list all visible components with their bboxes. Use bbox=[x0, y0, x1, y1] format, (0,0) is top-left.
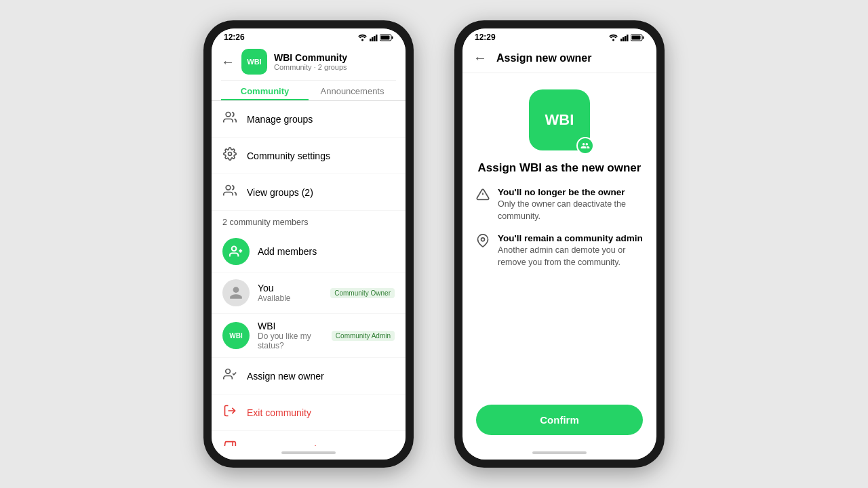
add-members-icon bbox=[222, 238, 250, 265]
wbi-logo-text: WBI bbox=[545, 111, 574, 129]
action-report-community[interactable]: Report community bbox=[212, 431, 406, 446]
phone2-header: ← Assign new owner bbox=[462, 43, 656, 73]
action-exit-community[interactable]: Exit community bbox=[212, 394, 406, 431]
member-wbi-info: WBI Do you like my status? bbox=[258, 321, 323, 350]
info-title-admin: You'll remain a community admin bbox=[498, 233, 643, 243]
report-community-icon bbox=[222, 441, 237, 446]
svg-point-10 bbox=[226, 186, 231, 190]
community-settings-label: Community settings bbox=[247, 150, 330, 161]
svg-point-8 bbox=[226, 113, 231, 117]
member-wbi-name: WBI bbox=[258, 321, 323, 331]
member-you-status: Available bbox=[258, 293, 322, 303]
svg-point-28 bbox=[481, 238, 485, 241]
manage-groups-icon bbox=[222, 110, 237, 127]
phone-2-screen: 12:29 bbox=[462, 28, 656, 460]
member-you-info: You Available bbox=[258, 283, 322, 303]
svg-rect-21 bbox=[625, 36, 627, 41]
exit-community-icon bbox=[222, 404, 237, 421]
phone2-back-button[interactable]: ← bbox=[473, 50, 487, 66]
manage-groups-label: Manage groups bbox=[247, 114, 313, 125]
phone2-home-indicator bbox=[462, 446, 656, 460]
member-wbi-status: Do you like my status? bbox=[258, 331, 323, 350]
svg-rect-25 bbox=[632, 35, 641, 39]
view-groups-label: View groups (2) bbox=[247, 187, 313, 198]
phone2-status-icons bbox=[608, 34, 644, 41]
svg-point-14 bbox=[226, 369, 231, 374]
svg-point-11 bbox=[232, 247, 237, 251]
phone2-status-bar: 12:29 bbox=[462, 28, 656, 43]
assign-owner-label: Assign new owner bbox=[247, 371, 324, 382]
svg-rect-24 bbox=[643, 36, 644, 39]
info-text-admin: You'll remain a community admin Another … bbox=[498, 233, 643, 268]
assign-owner-icon bbox=[222, 367, 237, 384]
svg-rect-7 bbox=[381, 35, 390, 39]
wbi-logo: WBI bbox=[529, 89, 590, 150]
wifi-icon bbox=[357, 34, 368, 41]
phone2-title: Assign new owner bbox=[496, 52, 591, 64]
location-icon bbox=[476, 234, 490, 251]
svg-rect-20 bbox=[623, 37, 625, 41]
svg-rect-22 bbox=[627, 35, 629, 41]
info-title-owner: You'll no longer be the owner bbox=[498, 187, 643, 197]
phone1-community-avatar: WBI bbox=[241, 49, 267, 75]
phone1-home-indicator bbox=[212, 446, 406, 460]
svg-rect-6 bbox=[392, 36, 393, 39]
menu-item-view-groups[interactable]: View groups (2) bbox=[212, 174, 406, 211]
phone1-community-info: WBI Community Community · 2 groups bbox=[274, 52, 396, 71]
menu-item-community-settings[interactable]: Community settings bbox=[212, 138, 406, 174]
phone1-status-icons bbox=[357, 34, 393, 41]
info-row-admin: You'll remain a community admin Another … bbox=[476, 233, 643, 268]
member-wbi[interactable]: WBI WBI Do you like my status? Community… bbox=[212, 314, 406, 358]
phone1-status-bar: 12:26 bbox=[212, 28, 406, 43]
svg-rect-19 bbox=[620, 39, 623, 41]
info-desc-admin: Another admin can demote you or remove y… bbox=[498, 245, 643, 268]
phone1-community-sub: Community · 2 groups bbox=[274, 63, 396, 71]
assign-title: Assign WBI as the new owner bbox=[478, 161, 642, 175]
phone-2: 12:29 bbox=[454, 20, 665, 468]
phones-container: 12:26 bbox=[203, 20, 665, 468]
svg-rect-3 bbox=[374, 36, 376, 41]
tab-community[interactable]: Community bbox=[221, 81, 309, 100]
menu-item-manage-groups[interactable]: Manage groups bbox=[212, 101, 406, 138]
add-members-label: Add members bbox=[258, 246, 317, 257]
confirm-button[interactable]: Confirm bbox=[476, 405, 643, 435]
phone2-time: 12:29 bbox=[475, 33, 496, 42]
member-wbi-avatar: WBI bbox=[222, 322, 250, 349]
svg-point-9 bbox=[229, 152, 232, 156]
tab-announcements[interactable]: Announcements bbox=[309, 81, 396, 100]
phone1-back-button[interactable]: ← bbox=[221, 54, 235, 70]
info-row-owner: You'll no longer be the owner Only the o… bbox=[476, 187, 643, 222]
member-wbi-badge: Community Admin bbox=[332, 331, 395, 341]
phone2-home-bar bbox=[532, 451, 587, 454]
phone-1-screen: 12:26 bbox=[212, 28, 406, 460]
member-you-avatar bbox=[222, 279, 250, 306]
phone2-content: WBI Assign WBI as the new owner bbox=[462, 73, 656, 446]
svg-rect-1 bbox=[370, 39, 372, 41]
add-members-item[interactable]: Add members bbox=[212, 231, 406, 272]
phone1-tabs: Community Announcements bbox=[221, 80, 396, 100]
action-assign-owner[interactable]: Assign new owner bbox=[212, 358, 406, 394]
info-text-owner: You'll no longer be the owner Only the o… bbox=[498, 187, 643, 222]
phone1-content: Manage groups Community settings bbox=[212, 101, 406, 446]
signal-icon bbox=[370, 34, 378, 41]
member-you-badge: Community Owner bbox=[330, 288, 395, 298]
member-you-name: You bbox=[258, 283, 322, 293]
member-you[interactable]: You Available Community Owner bbox=[212, 272, 406, 314]
exit-community-label: Exit community bbox=[247, 407, 311, 418]
phone2-battery-icon bbox=[631, 34, 644, 41]
svg-rect-4 bbox=[376, 35, 378, 41]
section-community-members: 2 community members bbox=[212, 211, 406, 231]
phone1-home-bar bbox=[281, 451, 336, 454]
warning-icon bbox=[476, 188, 490, 205]
community-settings-icon bbox=[222, 147, 237, 164]
phone2-signal-icon bbox=[620, 34, 629, 41]
phone1-header: ← WBI WBI Community Community · 2 groups… bbox=[212, 43, 406, 101]
battery-icon bbox=[380, 34, 393, 41]
svg-rect-2 bbox=[372, 37, 374, 41]
svg-point-18 bbox=[612, 39, 614, 41]
wbi-logo-badge bbox=[576, 137, 594, 155]
svg-point-0 bbox=[361, 39, 363, 41]
phone1-community-name: WBI Community bbox=[274, 52, 396, 63]
view-groups-icon bbox=[222, 184, 237, 201]
phone2-wifi-icon bbox=[608, 34, 618, 41]
